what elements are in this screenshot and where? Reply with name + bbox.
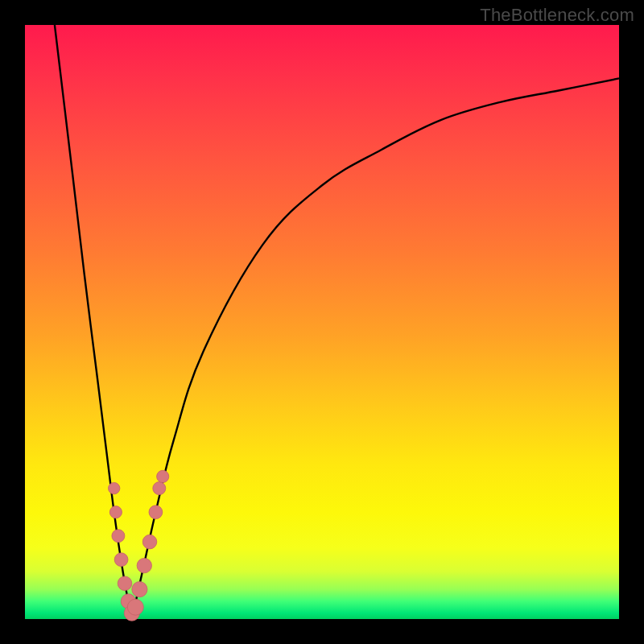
data-point-marker	[109, 482, 120, 493]
curve-layer	[25, 25, 619, 619]
data-point-marker	[153, 482, 166, 495]
plot-area	[25, 25, 619, 619]
data-point-marker	[149, 506, 163, 519]
curve-right-branch	[132, 78, 619, 619]
watermark-text: TheBottleneck.com	[480, 5, 634, 26]
chart-frame: TheBottleneck.com	[0, 0, 644, 644]
data-point-marker	[118, 576, 132, 591]
data-point-marker	[132, 582, 147, 597]
bottleneck-curve	[55, 25, 619, 619]
data-point-marker	[157, 470, 169, 482]
data-point-marker	[142, 535, 157, 549]
data-point-marker	[109, 506, 122, 518]
marker-group	[109, 470, 169, 621]
data-point-marker	[114, 553, 128, 567]
data-point-marker	[137, 558, 151, 572]
data-point-marker	[127, 599, 143, 615]
data-point-marker	[112, 530, 125, 543]
